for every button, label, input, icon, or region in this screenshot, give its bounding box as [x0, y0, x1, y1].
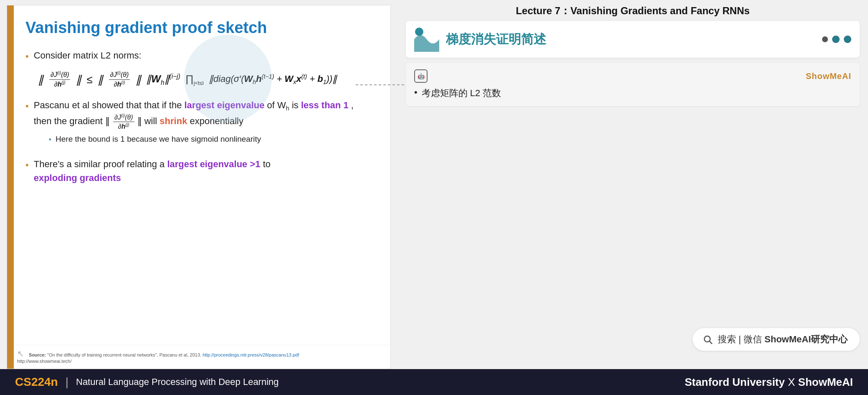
cross-symbol: X: [788, 376, 798, 388]
cursor-icon: ↖: [17, 349, 24, 359]
ai-icon: 🤖: [414, 69, 428, 83]
svg-line-3: [710, 341, 712, 344]
bullet-text-1: Consider matrix L2 norms:: [34, 48, 142, 62]
b3-text2: to: [263, 159, 271, 169]
norm-left2: ‖: [98, 71, 103, 88]
course-name: Natural Language Processing with Deep Le…: [76, 377, 279, 387]
slide-header-icon: [414, 27, 439, 52]
b3-eigenvalue-gt1: largest eigenvalue >1: [167, 159, 260, 169]
bottom-right: Stanford University X ShowMeAI: [685, 376, 853, 389]
fraction-dJ-dh-i: ∂J(i)(θ) ∂h(i): [109, 71, 130, 88]
sub-bullet-dot: •: [49, 134, 51, 145]
nav-dot-3[interactable]: [844, 36, 851, 43]
sub-bullet-1: • Here the bound is 1 because we have si…: [49, 133, 374, 145]
footer-source-label: Source:: [29, 352, 47, 357]
wh-norm: ‖Wh‖(i−j): [146, 71, 180, 87]
right-panel: Lecture 7：Vanishing Gradients and Fancy …: [397, 0, 868, 369]
bottom-left: CS224n | Natural Language Processing wit…: [15, 375, 279, 389]
b2-text1: Pascanu et al showed that that if the: [34, 100, 185, 110]
frac-inline: ∂J(i)(θ) ∂h(j): [113, 113, 134, 131]
search-text: 搜索 | 微信 ShowMeAI研究中心: [718, 333, 848, 346]
b2-shrink: shrink: [159, 116, 187, 126]
frac1: ∂J(i)(θ) ∂h(j): [48, 71, 71, 88]
leq: ≤: [86, 71, 92, 88]
course-id: CS224n: [15, 375, 58, 389]
b2-less-than: less than 1: [301, 100, 349, 110]
slide-header-title: 梯度消失证明简述: [446, 31, 815, 48]
norm-left: ‖: [38, 71, 43, 88]
b2-text4: ‖ will: [137, 116, 160, 126]
b2-text2: of Wh is: [267, 100, 301, 110]
slide-footer: ↖ Source: "On the difficulty of training…: [7, 345, 390, 369]
nav-dots: [822, 36, 851, 43]
footer-url: http://www.showmeai.tech/: [17, 359, 71, 364]
svg-point-0: [415, 28, 423, 36]
annotation-bullet: • 考虑矩阵的 L2 范数: [414, 87, 851, 99]
footer-source-link[interactable]: http://proceedings.mlr.press/v28/pascanu…: [202, 352, 299, 357]
sub-bullet-text: Here the bound is 1 because we have sigm…: [56, 133, 261, 145]
b3-exploding: exploding gradients: [34, 173, 121, 183]
fraction-dJ-dh-ij: ∂J(i)(θ) ∂h(j): [49, 71, 70, 88]
ai-label: 🤖: [418, 73, 425, 79]
nav-dot-1[interactable]: [822, 36, 828, 42]
nav-dot-2[interactable]: [832, 36, 840, 43]
norm-right2: ‖: [136, 71, 141, 88]
bottom-divider: |: [66, 375, 68, 389]
annotation-bullet-dot: •: [414, 87, 418, 98]
bullet-text-3: There's a similar proof relating a large…: [34, 157, 271, 185]
bullet-item-3: • There's a similar proof relating a lar…: [25, 157, 374, 185]
right-panel-spacer: [406, 113, 860, 328]
slide-panel: Vanishing gradient proof sketch • Consid…: [7, 5, 391, 369]
annotation-card: 🤖 ShowMeAI • 考虑矩阵的 L2 范数: [406, 63, 860, 106]
bullet-dot-1: •: [25, 49, 29, 63]
bullet-dot-2: •: [25, 99, 29, 113]
circle-decoration: [184, 35, 272, 122]
search-icon: [703, 334, 713, 344]
bullet-dot-3: •: [25, 158, 29, 172]
footer-source-text: "On the difficulty of training recurrent…: [47, 352, 202, 357]
slide-title: Vanishing gradient proof sketch: [25, 19, 374, 37]
university-name: Stanford University: [685, 376, 785, 388]
lecture-title: Lecture 7：Vanishing Gradients and Fancy …: [406, 0, 860, 21]
annotation-text: 考虑矩阵的 L2 范数: [422, 87, 501, 99]
bottom-bar: CS224n | Natural Language Processing wit…: [0, 369, 868, 395]
showmeai-brand: ShowMeAI: [806, 71, 851, 81]
b3-text1: There's a similar proof relating a: [34, 159, 167, 169]
norm-right: ‖: [76, 71, 81, 88]
bullet-1-text: Consider matrix L2 norms:: [34, 50, 142, 61]
b2-fraction: ∂J(i)(θ) ∂h(j): [112, 117, 137, 126]
bottom-showmeai: ShowMeAI: [798, 376, 853, 388]
annotation-header: 🤖 ShowMeAI: [414, 69, 851, 83]
slide-header-right: 梯度消失证明简述: [406, 21, 860, 58]
search-bar[interactable]: 搜索 | 微信 ShowMeAI研究中心: [693, 328, 860, 351]
slide-accent-bar: [7, 5, 14, 369]
dashed-connector: [356, 84, 406, 85]
